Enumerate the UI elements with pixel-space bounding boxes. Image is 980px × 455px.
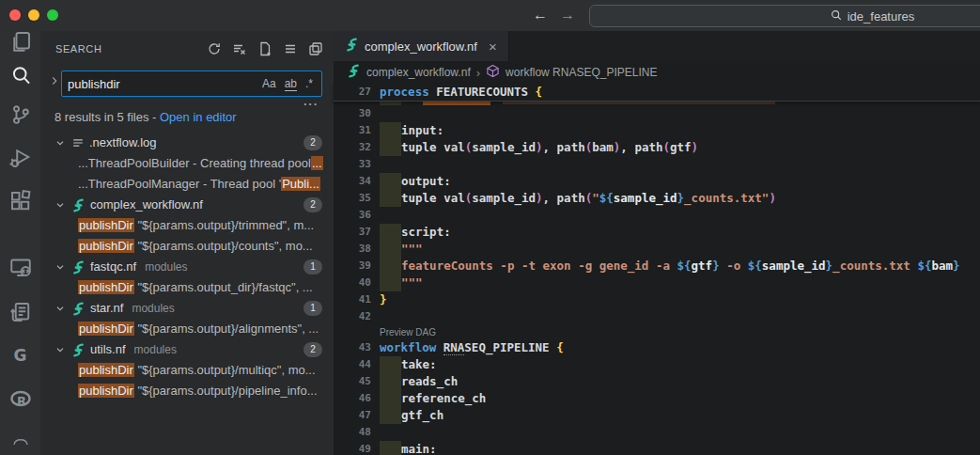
log-file-icon: [71, 136, 85, 149]
code-line[interactable]: 32tuple val(sample_id), path(bam), path(…: [334, 139, 980, 156]
file-name: complex_workflow.nf: [90, 195, 203, 215]
code-line[interactable]: 41}: [334, 291, 980, 308]
chevron-down-icon: [54, 302, 67, 315]
new-search-editor-icon[interactable]: [257, 40, 273, 57]
whole-word-toggle[interactable]: ab: [285, 77, 297, 91]
results-count-text: 8 results in 5 files -: [54, 110, 160, 124]
activity-item-search[interactable]: [0, 61, 40, 89]
activity-item-run-debug[interactable]: [0, 143, 40, 171]
search-match-row[interactable]: publishDir "${params.output_dir}/fastqc"…: [40, 277, 334, 298]
line-number: 31: [334, 122, 371, 139]
tab-complex-workflow[interactable]: complex_workflow.nf ×: [334, 31, 509, 61]
activity-item-partial-bottom[interactable]: [0, 426, 40, 454]
collapse-all-icon[interactable]: [307, 40, 324, 57]
code-text: output:: [380, 173, 451, 190]
code-line[interactable]: 35tuple val(sample_id), path("${sample_i…: [334, 190, 980, 207]
file-description: modules: [134, 339, 177, 360]
source-control-icon: [9, 103, 32, 126]
sticky-scroll-line[interactable]: 27process FEATURECOUNTS {: [334, 84, 980, 102]
chevron-down-icon: [54, 198, 67, 212]
code-line[interactable]: 34output:: [334, 173, 980, 190]
activity-item-doc-actions[interactable]: [0, 298, 40, 326]
search-match-row[interactable]: ...ThreadPoolBuilder - Creating thread p…: [40, 153, 334, 174]
code-line[interactable]: 44take:: [334, 356, 980, 373]
command-center-search[interactable]: ide_features: [589, 5, 980, 27]
file-name: fastqc.nf: [90, 257, 136, 277]
code-line[interactable]: 43workflow RNASEQ_PIPELINE {: [334, 339, 980, 356]
code-text: gtf_ch: [380, 407, 443, 424]
file-row[interactable]: star.nfmodules1: [40, 298, 334, 319]
code-line[interactable]: 49main:: [334, 441, 980, 455]
code-line[interactable]: 48: [334, 424, 980, 441]
code-area[interactable]: 27process FEATURECOUNTS {3031input:32tup…: [334, 84, 980, 455]
code-line[interactable]: 33: [334, 156, 980, 173]
activity-item-gitlens[interactable]: G: [0, 341, 40, 369]
navigate-forward-button[interactable]: →: [556, 4, 579, 26]
close-tab-icon[interactable]: ×: [489, 39, 497, 55]
search-match-row[interactable]: publishDir "${params.output}/counts", mo…: [40, 236, 334, 257]
breadcrumb-symbol[interactable]: workflow RNASEQ_PIPELINE: [506, 66, 657, 79]
search-icon: [830, 8, 843, 24]
line-number: 43: [334, 339, 371, 356]
file-row[interactable]: fastqc.nfmodules1: [40, 257, 334, 277]
nextflow-icon: [347, 64, 361, 81]
file-row[interactable]: .nextflow.log2: [40, 133, 334, 153]
search-match-row[interactable]: publishDir "${params.output}/pipeline_in…: [40, 381, 334, 401]
search-match-row[interactable]: publishDir "${params.output}/multiqc", m…: [40, 360, 334, 381]
code-line[interactable]: 46reference_ch: [334, 390, 980, 407]
file-row[interactable]: complex_workflow.nf2: [40, 195, 334, 215]
clear-results-icon[interactable]: [231, 40, 248, 57]
match-count-badge: 1: [303, 259, 322, 275]
line-number: 44: [334, 356, 371, 373]
search-input[interactable]: [62, 77, 262, 91]
file-description: modules: [132, 298, 174, 319]
line-number: 40: [334, 275, 371, 291]
code-line[interactable]: 30: [334, 105, 980, 122]
match-case-toggle[interactable]: Aa: [262, 77, 276, 90]
toggle-replace-chevron-icon[interactable]: [48, 74, 61, 91]
match-highlight: publishDir: [78, 218, 134, 232]
match-count-badge: 2: [303, 197, 322, 212]
code-line[interactable]: 37script:: [334, 224, 980, 241]
maximize-window-button[interactable]: [47, 9, 58, 21]
minimize-window-button[interactable]: [28, 9, 39, 21]
nextflow-icon: [71, 260, 86, 275]
activity-item-source-control[interactable]: [0, 101, 40, 129]
file-row[interactable]: utils.nfmodules2: [40, 339, 334, 360]
code-line[interactable]: 45reads_ch: [334, 373, 980, 390]
view-as-list-icon[interactable]: [282, 40, 299, 57]
editor-group: complex_workflow.nf × complex_workflow.n…: [334, 31, 980, 455]
code-line[interactable]: 36: [334, 207, 980, 224]
code-line[interactable]: 31input:: [334, 122, 980, 139]
nextflow-icon: [71, 302, 86, 316]
search-match-row[interactable]: publishDir "${params.output}/alignments"…: [40, 319, 334, 339]
codelens-preview-dag[interactable]: Preview DAG: [334, 325, 980, 339]
activity-item-explorer[interactable]: [0, 27, 40, 55]
activity-item-extensions[interactable]: [0, 187, 40, 215]
code-text: """: [380, 241, 423, 258]
activity-item-remote-explorer[interactable]: [0, 253, 40, 281]
refresh-icon[interactable]: [206, 40, 223, 57]
close-window-button[interactable]: [9, 9, 21, 21]
line-number: 34: [334, 173, 371, 190]
debug-icon: [9, 146, 32, 168]
remote-icon: [9, 256, 32, 278]
search-match-row[interactable]: publishDir "${params.output}/trimmed", m…: [40, 215, 334, 236]
code-line[interactable]: 39featureCounts -p -t exon -g gene_id -a…: [334, 258, 980, 275]
line-number: 45: [334, 373, 371, 390]
line-number: 49: [334, 441, 371, 455]
breadcrumb-file[interactable]: complex_workflow.nf: [366, 66, 471, 79]
code-line[interactable]: 38""": [334, 241, 980, 258]
file-name: star.nf: [90, 298, 123, 319]
search-match-row[interactable]: ...ThreadPoolManager - Thread pool 'Publ…: [40, 174, 334, 195]
search-sidebar: SEARCH Aa ab .* ··· 8 results in 5 files…: [40, 31, 334, 455]
code-line[interactable]: 47gtf_ch: [334, 407, 980, 424]
open-in-editor-link[interactable]: Open in editor: [160, 110, 237, 124]
navigate-back-button[interactable]: ←: [529, 4, 552, 26]
activity-item-r-tools[interactable]: R: [0, 385, 40, 414]
regex-toggle[interactable]: .*: [305, 77, 313, 90]
code-line[interactable]: 40""": [334, 275, 980, 291]
toggle-search-details-button[interactable]: ···: [303, 97, 319, 111]
code-line[interactable]: 42: [334, 308, 980, 325]
results-summary: 8 results in 5 files - Open in editor: [54, 110, 237, 124]
